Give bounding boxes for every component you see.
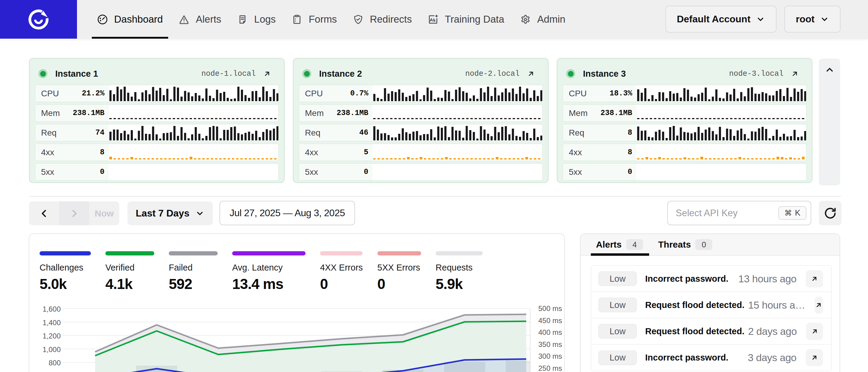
svg-text:1,200: 1,200 xyxy=(42,332,61,340)
svg-text:250 ms: 250 ms xyxy=(538,364,562,372)
svg-text:450 ms: 450 ms xyxy=(538,316,562,324)
svg-text:1,000: 1,000 xyxy=(42,345,61,353)
svg-text:300 ms: 300 ms xyxy=(538,352,562,360)
svg-text:500 ms: 500 ms xyxy=(538,304,562,312)
svg-text:1,600: 1,600 xyxy=(42,305,61,313)
svg-text:350 ms: 350 ms xyxy=(538,340,562,348)
svg-text:AI: AI xyxy=(430,17,434,22)
svg-text:1,400: 1,400 xyxy=(42,318,61,327)
svg-text:400 ms: 400 ms xyxy=(538,328,562,336)
svg-text:800: 800 xyxy=(49,359,61,367)
